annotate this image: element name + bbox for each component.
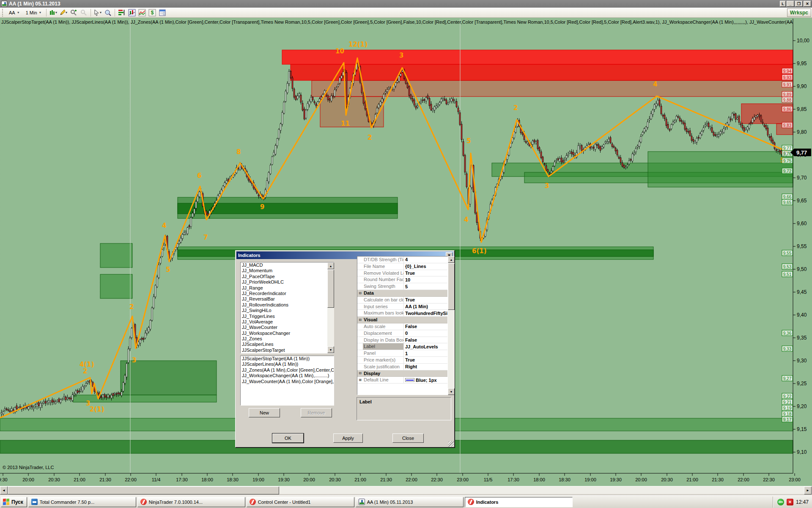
property-row[interactable]: Calculate on bar closeTrue — [357, 297, 447, 304]
property-section-row[interactable]: ⊟Display — [357, 370, 447, 377]
indicator-list-item[interactable]: JJ_PaceOfTape — [241, 274, 334, 279]
selected-indicator-item[interactable]: JJ_Zones(AA (1 Min),Color [Green],Center… — [241, 367, 334, 373]
indicator-list-item[interactable]: JJScalperLines — [241, 342, 334, 347]
property-value[interactable]: False — [404, 337, 447, 343]
property-value[interactable]: JJ_AutoLevels — [404, 343, 447, 350]
hscrollbar-thumb[interactable] — [8, 486, 279, 494]
property-row[interactable]: Input seriesAA (1 Min) — [357, 304, 447, 310]
scrollbar-thumb[interactable] — [327, 270, 334, 308]
indicator-list-item[interactable]: JJ_PriorWeekOHLC — [241, 279, 334, 285]
property-row[interactable]: Scale justificationRight — [357, 364, 447, 370]
account-button[interactable]: $ — [148, 8, 157, 17]
new-button[interactable]: New — [249, 408, 280, 417]
property-row[interactable]: Round Number Facto10 — [357, 276, 447, 283]
zoom-out-button[interactable] — [79, 8, 88, 17]
property-value[interactable]: 10 — [404, 276, 447, 283]
indicator-list-item[interactable]: JJ_TriggerLines — [241, 314, 334, 319]
property-value[interactable]: 0 — [404, 330, 447, 337]
property-row[interactable]: Price marker(s)True — [357, 357, 447, 364]
indicator-list-item[interactable]: JJ_Range — [241, 285, 334, 291]
property-row[interactable]: Maximum bars look baTwoHundredFiftySix — [357, 310, 447, 317]
property-row[interactable]: File Name{0}_Lines — [357, 263, 447, 270]
remove-button[interactable]: Remove — [301, 408, 332, 417]
expander-icon[interactable]: ⊟ — [357, 317, 363, 323]
chart-window-button[interactable] — [127, 8, 137, 17]
resize-grip[interactable] — [448, 441, 454, 447]
property-row[interactable]: ⊞Default LineBlue; 1px — [357, 377, 447, 384]
market-analyzer-button[interactable] — [117, 8, 126, 17]
scroll-down-icon[interactable]: ▼ — [448, 388, 455, 395]
selected-indicator-item[interactable]: JJ_WorkspaceChanger(AA (1 Min),.........… — [241, 373, 334, 378]
expander-icon[interactable]: ⊟ — [357, 290, 363, 296]
scroll-up-icon[interactable]: ▲ — [448, 256, 455, 263]
apply-button[interactable]: Apply — [333, 433, 363, 443]
chart-style-button[interactable]: ▼ — [49, 8, 58, 17]
indicator-list-item[interactable]: JJ_SwingHiLo — [241, 308, 334, 313]
dm-icon[interactable]: dm — [777, 499, 784, 505]
property-value[interactable]: 4 — [404, 257, 447, 263]
property-row[interactable]: Swing Strength5 — [357, 283, 447, 290]
property-row[interactable]: Remove Violated LevTrue — [357, 270, 447, 277]
expander-icon[interactable]: ⊞ — [357, 377, 363, 383]
expander-icon[interactable]: ⊟ — [357, 370, 363, 377]
taskbar-button[interactable]: Total Commander 7.50 p... — [28, 497, 136, 507]
zoom-in-button[interactable] — [69, 8, 78, 17]
scroll-left-icon[interactable]: ◄ — [0, 486, 8, 494]
property-value[interactable]: False — [404, 323, 447, 330]
property-row[interactable]: Auto scaleFalse — [357, 323, 447, 330]
indicators-dialog[interactable]: Indicators ✕ JJ_MACDJJ_MomentumJJ_PaceOf… — [235, 250, 455, 447]
cursor-button[interactable]: ▼ — [93, 8, 102, 17]
close-button[interactable]: Close — [392, 433, 424, 443]
indicator-list-item[interactable]: JJ_WaveCounter — [241, 325, 334, 330]
selected-indicator-item[interactable]: JJScalperStopTarget(AA (1 Min)) — [241, 356, 334, 362]
taskbar-button[interactable]: Control Center - Untitled1 — [247, 497, 354, 507]
property-value[interactable]: Blue; 1px — [404, 377, 447, 383]
scroll-up-icon[interactable]: ▲ — [327, 262, 334, 269]
property-value[interactable]: True — [404, 270, 447, 276]
data-box-button[interactable] — [103, 8, 112, 17]
property-row[interactable]: LabelJJ_AutoLevels — [357, 343, 447, 350]
workspace-button[interactable]: Wrkspc — [787, 8, 811, 17]
selected-indicator-item[interactable]: JJ_WaveCounter(AA (1 Min),Color [Orange]… — [241, 379, 334, 384]
property-grid-scrollbar[interactable]: ▲ ▼ — [448, 256, 455, 395]
indicator-list-item[interactable]: JJ_MACD — [241, 262, 334, 268]
property-value[interactable]: 1 — [404, 350, 447, 356]
property-value[interactable]: Right — [404, 364, 447, 370]
indicator-list-item[interactable]: JJ_ReversalBar — [241, 296, 334, 302]
toolbar-grip[interactable] — [2, 9, 4, 17]
indicator-list-item[interactable]: JJScalperStopTarget — [241, 348, 334, 353]
property-row[interactable]: Displacement0 — [357, 330, 447, 337]
indicator-list-item[interactable]: JJ_WorkspaceChanger — [241, 331, 334, 336]
instrument-dropdown[interactable]: AA▼ — [6, 9, 22, 17]
window-titlebar[interactable]: AA (1 Min) 05.11.2013 L _ ❐ ✕ — [0, 0, 812, 8]
ok-button[interactable]: OK — [272, 433, 304, 443]
selected-indicators-list[interactable]: JJScalperStopTarget(AA (1 Min))JJScalper… — [240, 356, 334, 406]
interval-dropdown[interactable]: 1 Min▼ — [23, 9, 44, 17]
property-value[interactable]: TwoHundredFiftySix — [404, 310, 447, 316]
indicator-list-item[interactable]: JJ_Zones — [241, 336, 334, 342]
property-value[interactable]: AA (1 Min) — [404, 304, 447, 310]
security-shield-icon[interactable]: ✕ — [787, 499, 793, 505]
chart-hscrollbar[interactable]: ◄ ► — [0, 486, 812, 494]
property-value[interactable]: 5 — [404, 283, 447, 290]
indicator-list-item[interactable]: JJ_Momentum — [241, 268, 334, 273]
start-button[interactable]: Пуск — [1, 497, 27, 507]
close-button[interactable]: ✕ — [804, 1, 811, 7]
indicator-list-item[interactable]: JJ_RolloverIndications — [241, 302, 334, 308]
indicator-list-item[interactable]: JJ_RecorderIndicator — [241, 291, 334, 296]
property-section-row[interactable]: ⊟Visual — [357, 317, 447, 323]
minimize-button[interactable]: _ — [787, 1, 794, 7]
scroll-down-icon[interactable]: ▼ — [327, 346, 334, 353]
taskbar-button[interactable]: NinjaTrader 7.0.1000.14... — [137, 497, 245, 507]
scroll-right-icon[interactable]: ► — [804, 486, 812, 494]
line-chart-button[interactable] — [137, 8, 147, 17]
property-row[interactable]: Display in Data BoxFalse — [357, 337, 447, 344]
property-value[interactable]: {0}_Lines — [404, 263, 447, 270]
link-button[interactable]: L — [780, 1, 786, 7]
property-row[interactable]: Panel1 — [357, 350, 447, 357]
property-grid[interactable]: DT/DB Strength (Tick4File Name{0}_LinesR… — [357, 256, 448, 395]
scrollbar-thumb[interactable] — [448, 263, 455, 310]
notes-button[interactable] — [158, 8, 167, 17]
drawing-tools-button[interactable]: ▼ — [59, 8, 68, 17]
property-value[interactable]: True — [404, 357, 447, 363]
